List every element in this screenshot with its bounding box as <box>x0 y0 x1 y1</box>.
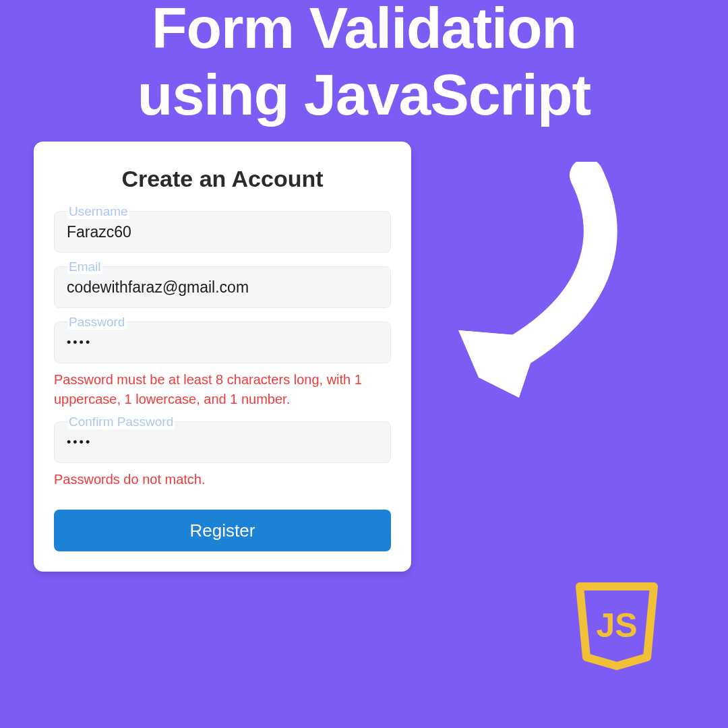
password-label: Password <box>67 315 126 330</box>
js-badge-text: JS <box>596 607 637 644</box>
email-field-group: Email <box>54 266 391 308</box>
confirm-password-field-group: Confirm Password <box>54 421 391 463</box>
username-label: Username <box>67 204 129 219</box>
form-title: Create an Account <box>54 166 391 192</box>
signup-form-card: Create an Account Username Email Passwor… <box>34 142 411 572</box>
arrow-icon <box>438 162 627 404</box>
password-error: Password must be at least 8 characters l… <box>54 370 391 409</box>
headline-line-1: Form Validation <box>0 0 728 60</box>
page-headline: Form Validation using JavaScript <box>0 0 728 126</box>
confirm-password-label: Confirm Password <box>67 415 175 429</box>
confirm-password-error: Passwords do not match. <box>54 470 391 489</box>
register-button[interactable]: Register <box>54 510 391 551</box>
email-input[interactable] <box>54 266 391 308</box>
password-field-group: Password <box>54 322 391 363</box>
javascript-badge-icon: JS <box>573 580 661 674</box>
email-label: Email <box>67 260 102 274</box>
headline-line-2: using JavaScript <box>0 63 728 127</box>
username-field-group: Username <box>54 211 391 253</box>
